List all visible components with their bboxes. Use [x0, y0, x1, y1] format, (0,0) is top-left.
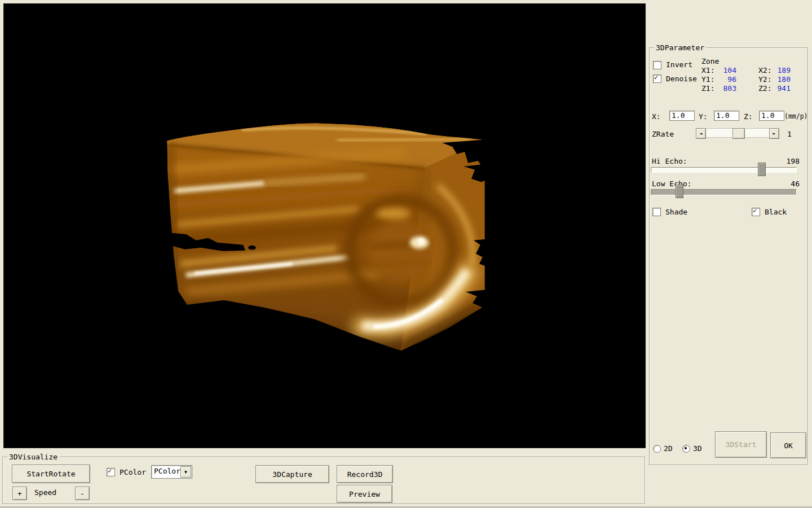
shade-label: Shade — [665, 208, 687, 216]
zrate-scrollbar[interactable]: ◄ ► — [696, 128, 779, 138]
hi-echo-value: 198 — [777, 157, 800, 165]
zone-y1-value: 96 — [713, 76, 736, 84]
z-scale-input[interactable]: 1.0 — [759, 111, 784, 121]
3dcapture-button[interactable]: 3DCapture — [255, 465, 329, 483]
y-scale-label: Y: — [699, 113, 708, 121]
hi-echo-slider-thumb[interactable] — [758, 163, 766, 176]
x-scale-label: X: — [652, 113, 661, 121]
zone-z1-value: 803 — [713, 85, 736, 93]
app-window: 3DParameter ✓ Invert ✓ Denoise Zone X1: … — [0, 0, 812, 508]
y-scale-input[interactable]: 1.0 — [714, 111, 739, 121]
low-echo-slider-thumb[interactable] — [676, 185, 683, 198]
speed-label: Speed — [34, 489, 56, 497]
black-label: Black — [765, 208, 787, 216]
3dstart-button[interactable]: 3DStart — [715, 431, 767, 458]
check-icon: ✓ — [753, 207, 757, 214]
check-icon: ✓ — [108, 467, 112, 475]
zrate-scrollbar-thumb[interactable] — [732, 128, 745, 139]
start-rotate-button[interactable]: StartRotate — [12, 465, 90, 483]
ok-button[interactable]: OK — [770, 432, 806, 458]
volume-render — [4, 4, 645, 448]
param-groupbox-title: 3DParameter — [654, 43, 706, 52]
x-scale-input[interactable]: 1.0 — [669, 111, 695, 121]
preview-button[interactable]: Preview — [337, 485, 392, 503]
chevron-down-icon[interactable]: ▼ — [180, 466, 191, 478]
black-checkbox[interactable]: ✓ — [752, 208, 760, 216]
pcolor-label: PColor — [120, 468, 146, 476]
mode-2d-label: 2D — [664, 445, 673, 453]
zone-z2-value: 941 — [768, 85, 791, 93]
visualize-groupbox: 3DVisualize StartRotate + Speed - ✓ PCol… — [2, 457, 645, 504]
zone-x2-value: 189 — [768, 67, 791, 75]
zone-label: Zone — [701, 58, 719, 65]
shade-checkbox[interactable]: ✓ — [652, 208, 661, 216]
invert-label: Invert — [666, 61, 692, 69]
low-echo-slider-track[interactable] — [651, 189, 797, 195]
speed-plus-button[interactable]: + — [12, 487, 27, 500]
render-viewport[interactable] — [3, 3, 646, 448]
zrate-value: 1 — [787, 130, 792, 138]
low-echo-label: Low Echo: — [652, 180, 691, 188]
hi-echo-slider-track[interactable] — [651, 167, 797, 173]
mode-3d-radio[interactable] — [682, 445, 690, 453]
check-icon: ✓ — [654, 73, 658, 81]
pcolor-dropdown[interactable]: PColor ▼ — [151, 465, 192, 479]
hi-echo-label: Hi Echo: — [652, 157, 687, 165]
zone-y2-value: 180 — [768, 76, 791, 84]
param-groupbox: 3DParameter ✓ Invert ✓ Denoise Zone X1: … — [649, 47, 808, 465]
low-echo-value: 46 — [777, 180, 800, 188]
mode-2d-radio[interactable] — [653, 445, 661, 453]
denoise-checkbox[interactable]: ✓ — [653, 75, 661, 83]
radio-dot-icon — [685, 447, 687, 449]
record3d-button[interactable]: Record3D — [337, 465, 393, 483]
zone-x1-value: 104 — [713, 67, 736, 75]
denoise-label: Denoise — [666, 75, 697, 83]
mode-3d-label: 3D — [693, 445, 702, 453]
scroll-right-arrow-icon[interactable]: ► — [769, 128, 779, 139]
scroll-left-arrow-icon[interactable]: ◄ — [696, 128, 706, 139]
pcolor-checkbox[interactable]: ✓ — [107, 468, 115, 476]
speed-minus-button[interactable]: - — [75, 487, 90, 500]
visualize-groupbox-title: 3DVisualize — [7, 453, 59, 461]
scale-unit-label: (mm/p) — [784, 112, 808, 120]
pcolor-dropdown-value: PColor — [154, 467, 180, 476]
zrate-label: ZRate — [652, 130, 674, 138]
invert-checkbox[interactable]: ✓ — [653, 61, 661, 69]
z-scale-label: Z: — [744, 113, 753, 121]
